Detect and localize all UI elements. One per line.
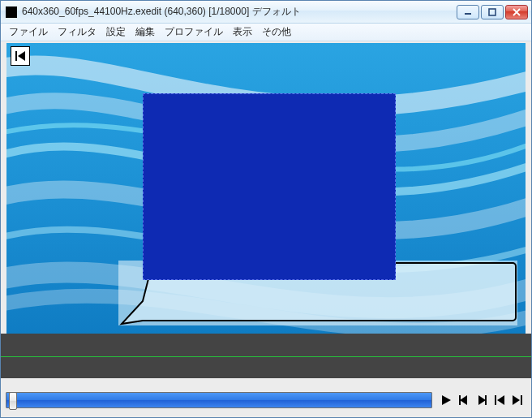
minimize-icon xyxy=(463,8,473,16)
preview-area xyxy=(1,41,531,334)
menu-edit[interactable]: 編集 xyxy=(135,25,155,39)
maximize-button[interactable] xyxy=(481,5,504,19)
prev-keyframe-icon xyxy=(493,394,506,407)
menu-view[interactable]: 表示 xyxy=(233,25,252,39)
svg-marker-11 xyxy=(513,395,520,405)
svg-marker-7 xyxy=(478,395,486,405)
window-title: 640x360_60fps_44100Hz.exedit (640,360) [… xyxy=(22,5,457,19)
prev-keyframe-button[interactable] xyxy=(491,391,508,409)
step-forward-button[interactable] xyxy=(473,391,491,409)
waveform-midline xyxy=(1,356,531,357)
step-back-icon xyxy=(457,394,470,407)
menu-other[interactable]: その他 xyxy=(262,25,291,39)
close-button[interactable] xyxy=(505,5,528,19)
menu-settings[interactable]: 設定 xyxy=(106,25,126,39)
maximize-icon xyxy=(487,8,497,16)
minimize-button[interactable] xyxy=(457,5,479,19)
next-keyframe-icon xyxy=(511,394,524,407)
svg-marker-10 xyxy=(497,395,504,405)
seek-thumb[interactable] xyxy=(9,392,17,410)
window-buttons xyxy=(457,5,528,19)
separator-strip xyxy=(1,378,531,385)
next-keyframe-button[interactable] xyxy=(508,391,526,409)
menu-filter[interactable]: フィルタ xyxy=(58,25,97,39)
footer-pad xyxy=(1,416,531,417)
play-button[interactable] xyxy=(437,391,455,409)
svg-rect-1 xyxy=(489,9,496,15)
preview-canvas[interactable] xyxy=(6,43,526,335)
client-area xyxy=(1,41,531,417)
video-object-rect[interactable] xyxy=(143,93,396,280)
step-back-button[interactable] xyxy=(455,391,473,409)
app-icon xyxy=(6,6,17,18)
transport-bar xyxy=(1,385,531,416)
svg-marker-5 xyxy=(460,395,467,405)
app-window: 640x360_60fps_44100Hz.exedit (640,360) [… xyxy=(0,0,532,418)
waveform-strip[interactable] xyxy=(1,334,531,378)
svg-marker-4 xyxy=(442,395,451,405)
close-icon xyxy=(512,8,521,16)
menu-file[interactable]: ファイル xyxy=(9,25,48,39)
menu-profile[interactable]: プロファイル xyxy=(165,25,223,39)
seek-slider[interactable] xyxy=(6,392,432,408)
step-forward-icon xyxy=(475,394,488,407)
play-icon xyxy=(440,394,453,407)
menu-bar: ファイル フィルタ 設定 編集 プロファイル 表示 その他 xyxy=(1,24,531,41)
svg-marker-3 xyxy=(18,51,25,61)
title-bar: 640x360_60fps_44100Hz.exedit (640,360) [… xyxy=(1,1,531,24)
transport-buttons xyxy=(437,391,526,409)
go-to-start-button[interactable] xyxy=(11,46,30,66)
go-start-icon xyxy=(14,50,27,62)
